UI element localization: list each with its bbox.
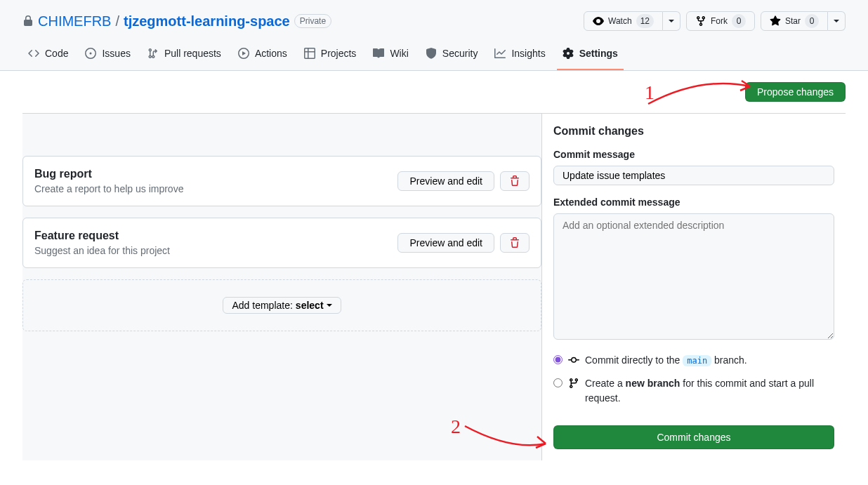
trash-icon	[509, 175, 520, 187]
commit-changes-button[interactable]: Commit changes	[553, 425, 834, 449]
repo-actions: Watch12 Fork0 Star0	[584, 11, 846, 31]
trash-icon	[509, 237, 520, 248]
tab-issues[interactable]: Issues	[79, 42, 136, 70]
template-card: Bug report Create a report to help us im…	[22, 156, 541, 206]
delete-template-button[interactable]	[500, 171, 530, 191]
preview-edit-button[interactable]: Preview and edit	[397, 171, 494, 191]
commit-direct-radio[interactable]	[553, 355, 563, 364]
eye-icon	[593, 15, 604, 27]
commit-heading: Commit changes	[553, 125, 834, 138]
watch-dropdown[interactable]	[663, 11, 680, 31]
template-title: Feature request	[34, 230, 170, 242]
star-button[interactable]: Star0	[761, 11, 828, 31]
template-desc: Create a report to help us improve	[34, 183, 183, 194]
fork-button[interactable]: Fork0	[686, 11, 755, 31]
commit-panel: Commit changes Commit message Extended c…	[542, 114, 846, 460]
tab-projects[interactable]: Projects	[298, 42, 362, 70]
tab-security[interactable]: Security	[420, 42, 484, 70]
tab-code[interactable]: Code	[22, 42, 74, 70]
star-dropdown[interactable]	[828, 11, 846, 31]
template-desc: Suggest an idea for this project	[34, 245, 170, 256]
toolbar: Propose changes	[0, 71, 868, 113]
tab-wiki[interactable]: Wiki	[367, 42, 414, 70]
commit-icon	[568, 354, 579, 366]
preview-edit-button[interactable]: Preview and edit	[397, 233, 494, 253]
repo-link[interactable]: tjzegmott-learning-space	[124, 13, 290, 29]
branch-icon	[568, 378, 579, 389]
watch-button[interactable]: Watch12	[584, 11, 663, 31]
lock-icon	[22, 15, 34, 27]
fork-icon	[695, 15, 706, 27]
template-card: Feature request Suggest an idea for this…	[22, 218, 541, 268]
commit-new-branch-radio[interactable]	[553, 378, 563, 387]
breadcrumb: CHIMEFRB / tjzegmott-learning-space Priv…	[22, 13, 331, 29]
propose-changes-button[interactable]: Propose changes	[745, 82, 846, 102]
add-template-button[interactable]: Add template: select	[223, 297, 341, 314]
commit-new-branch-label: Create a new branch for this commit and …	[568, 376, 834, 406]
commit-message-label: Commit message	[553, 149, 834, 160]
delete-template-button[interactable]	[500, 233, 530, 253]
star-icon	[770, 15, 781, 27]
template-title: Bug report	[34, 168, 183, 180]
commit-message-input[interactable]	[553, 166, 834, 185]
extended-message-textarea[interactable]	[553, 213, 834, 340]
commit-direct-label: Commit directly to the main branch.	[568, 353, 834, 368]
repo-header: CHIMEFRB / tjzegmott-learning-space Priv…	[0, 0, 868, 71]
tab-pulls[interactable]: Pull requests	[142, 42, 227, 70]
tab-insights[interactable]: Insights	[489, 42, 551, 70]
repo-tabs: Code Issues Pull requests Actions Projec…	[22, 42, 846, 70]
owner-link[interactable]: CHIMEFRB	[38, 13, 111, 29]
branch-tag: main	[683, 355, 711, 366]
add-template-area: Add template: select	[22, 279, 541, 331]
templates-panel: Bug report Create a report to help us im…	[22, 114, 542, 460]
extended-message-label: Extended commit message	[553, 197, 834, 208]
tab-actions[interactable]: Actions	[232, 42, 293, 70]
visibility-badge: Private	[294, 14, 331, 28]
tab-settings[interactable]: Settings	[557, 42, 624, 70]
